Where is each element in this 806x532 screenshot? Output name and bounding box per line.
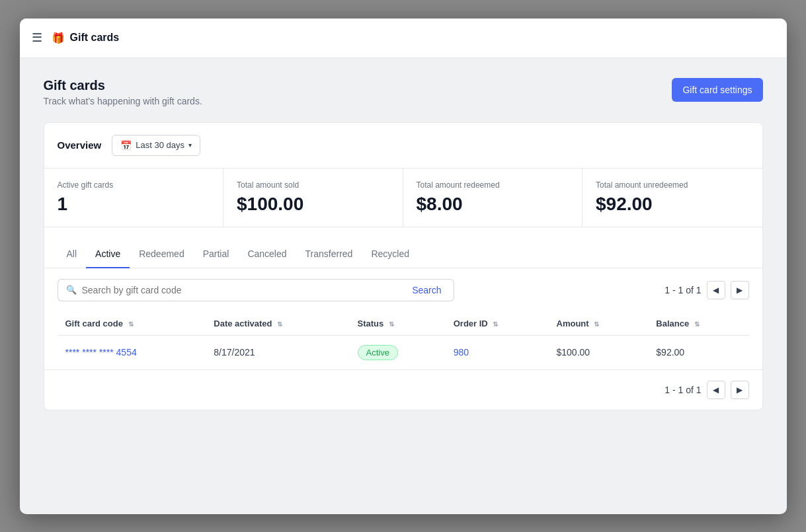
gift-icon: 🎁 (52, 32, 65, 44)
sort-icon-date: ⇅ (277, 321, 282, 328)
page-header: Gift cards Track what's happening with g… (44, 78, 763, 106)
overview-header: Overview 📅 Last 30 days ▾ (44, 123, 762, 169)
stat-label-3: Total amount unredeemed (596, 180, 749, 190)
gift-cards-table: Gift card code ⇅ Date activated ⇅ Status… (58, 312, 749, 369)
tabs-row: All Active Redeemed Partial Canceled Tra… (44, 241, 762, 268)
cell-balance: $92.00 (648, 335, 748, 369)
sort-icon-code: ⇅ (128, 321, 134, 328)
gift-card-settings-button[interactable]: Gift card settings (672, 78, 762, 102)
col-order-id[interactable]: Order ID ⇅ (446, 312, 549, 336)
order-id-link[interactable]: 980 (454, 347, 469, 358)
stat-value-2: $8.00 (417, 194, 569, 215)
tab-redeemed[interactable]: Redeemed (130, 241, 194, 268)
search-wrapper: 🔍 (58, 279, 401, 301)
cell-amount: $100.00 (549, 335, 649, 369)
tabs-section: All Active Redeemed Partial Canceled Tra… (44, 241, 762, 268)
table-row: **** **** **** 4554 8/17/2021 Active 980… (58, 335, 749, 369)
cell-order-id: 980 (446, 335, 549, 369)
tab-canceled[interactable]: Canceled (238, 241, 296, 268)
stat-label-2: Total amount redeemed (417, 180, 569, 190)
stat-label-1: Total amount sold (237, 180, 389, 190)
code-last4: 4554 (116, 347, 137, 358)
topbar-title: Gift cards (70, 32, 120, 44)
table-container: Gift card code ⇅ Date activated ⇅ Status… (44, 312, 762, 369)
tab-recycled[interactable]: Recycled (362, 241, 419, 268)
sort-icon-status: ⇅ (389, 321, 394, 328)
cell-gift-card-code: **** **** **** 4554 (58, 335, 206, 369)
gift-card-code-link[interactable]: **** **** **** 4554 (65, 347, 137, 358)
code-masked: **** **** **** (65, 347, 116, 358)
col-amount[interactable]: Amount ⇅ (549, 312, 649, 336)
calendar-icon: 📅 (120, 140, 132, 151)
main-window: ☰ 🎁 Gift cards Gift cards Track what's h… (20, 19, 787, 514)
overview-label: Overview (58, 139, 102, 151)
search-icon: 🔍 (66, 285, 77, 295)
page-subtitle: Track what's happening with gift cards. (44, 96, 202, 106)
pagination-info-text: 1 - 1 of 1 (665, 285, 701, 295)
date-filter-button[interactable]: 📅 Last 30 days ▾ (112, 135, 200, 156)
status-badge: Active (358, 345, 398, 360)
col-gift-card-code[interactable]: Gift card code ⇅ (58, 312, 206, 336)
date-filter-label: Last 30 days (136, 140, 184, 150)
topbar: ☰ 🎁 Gift cards (20, 19, 787, 58)
table-body: **** **** **** 4554 8/17/2021 Active 980… (58, 335, 749, 369)
tab-transferred[interactable]: Transferred (296, 241, 362, 268)
table-header: Gift card code ⇅ Date activated ⇅ Status… (58, 312, 749, 336)
stat-total-unredeemed: Total amount unredeemed $92.00 (583, 169, 762, 227)
stat-total-redeemed: Total amount redeemed $8.00 (403, 169, 583, 227)
tab-partial[interactable]: Partial (194, 241, 239, 268)
stat-active-gift-cards: Active gift cards 1 (44, 169, 224, 227)
bottom-pagination-info: 1 - 1 of 1 (665, 385, 701, 395)
stats-row: Active gift cards 1 Total amount sold $1… (44, 169, 762, 227)
stat-value-3: $92.00 (596, 194, 749, 215)
topbar-title-area: 🎁 Gift cards (52, 32, 120, 44)
search-button[interactable]: Search (400, 279, 454, 301)
sort-icon-balance: ⇅ (694, 321, 700, 328)
chevron-down-icon: ▾ (188, 141, 192, 149)
overview-card: Overview 📅 Last 30 days ▾ Active gift ca… (44, 122, 763, 410)
tab-active[interactable]: Active (86, 241, 130, 268)
cell-date-activated: 8/17/2021 (206, 335, 349, 369)
search-input[interactable] (82, 285, 393, 295)
bottom-pagination: 1 - 1 of 1 ◀ ▶ (44, 369, 762, 410)
col-date-activated[interactable]: Date activated ⇅ (206, 312, 349, 336)
tab-all[interactable]: All (58, 241, 87, 268)
col-balance[interactable]: Balance ⇅ (648, 312, 748, 336)
prev-page-button[interactable]: ◀ (707, 281, 725, 299)
pagination-top: 1 - 1 of 1 ◀ ▶ (665, 281, 748, 299)
bottom-prev-page-button[interactable]: ◀ (707, 381, 725, 399)
page-title: Gift cards (44, 78, 202, 93)
stat-total-sold: Total amount sold $100.00 (223, 169, 403, 227)
search-left: 🔍 Search (58, 279, 454, 301)
hamburger-icon[interactable]: ☰ (32, 30, 42, 45)
cell-status: Active (350, 335, 446, 369)
next-page-button[interactable]: ▶ (731, 281, 749, 299)
sort-icon-order: ⇅ (493, 321, 498, 328)
col-status[interactable]: Status ⇅ (350, 312, 446, 336)
stat-value-0: 1 (58, 194, 210, 215)
stat-value-1: $100.00 (237, 194, 389, 215)
search-row: 🔍 Search 1 - 1 of 1 ◀ ▶ (44, 268, 762, 312)
main-content: Gift cards Track what's happening with g… (20, 58, 787, 430)
bottom-next-page-button[interactable]: ▶ (731, 381, 749, 399)
page-header-text: Gift cards Track what's happening with g… (44, 78, 202, 106)
stat-label-0: Active gift cards (58, 180, 210, 190)
sort-icon-amount: ⇅ (594, 321, 599, 328)
